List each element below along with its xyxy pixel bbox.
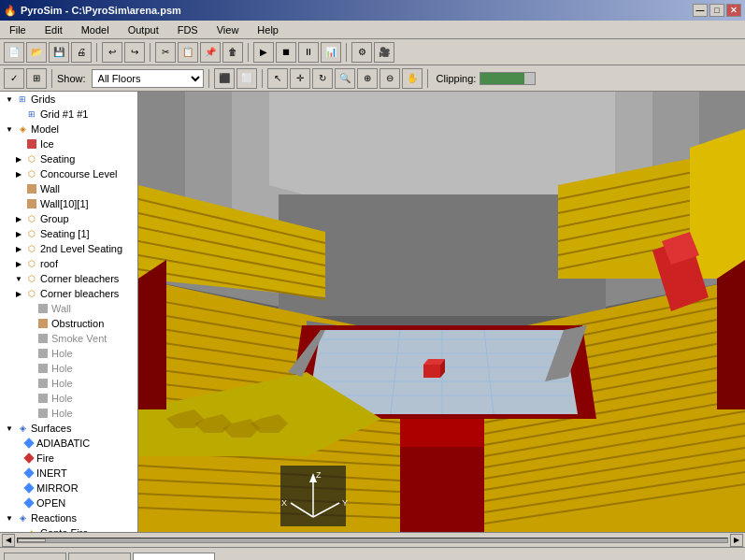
zoom-button[interactable]: 🔍 [335,68,355,89]
tree-obstruction[interactable]: Obstruction [0,316,137,331]
tree-open[interactable]: OPEN [0,495,137,510]
tree-group[interactable]: ▶ ⬡ Group [0,211,137,226]
tree-grid1[interactable]: ⊞ Grid #1 #1 [0,107,137,122]
toolbar-separator4 [346,43,347,62]
tree-corner2[interactable]: ▶ ⬡ Corner bleachers [0,286,137,301]
diamond-blue2-icon [23,467,34,478]
view3d-button[interactable]: ⬛ [214,68,235,89]
delete-button[interactable]: 🗑 [222,42,243,63]
tree-surfaces[interactable]: ▼ ◈ Surfaces [0,421,137,436]
tree-item-label: Corner bleachers [40,273,119,284]
arena-svg: Z Y X [138,92,745,532]
tree-hole2[interactable]: Hole [0,361,137,376]
save-button[interactable]: 💾 [49,42,69,63]
tree-hole3[interactable]: Hole [0,376,137,391]
grid-button[interactable]: ⊞ [26,68,47,89]
tree-smokevent[interactable]: Smoke Vent [0,331,137,346]
cursor-button[interactable]: ↖ [267,68,288,89]
tree-seating[interactable]: ▶ ⬡ Seating [0,151,137,166]
check-button[interactable]: ✓ [4,68,24,89]
expand-icon: ▶ [13,243,24,254]
tree-hole4[interactable]: Hole [0,391,137,406]
clipping-label: Clipping: [437,73,477,84]
tree-hole1[interactable]: Hole [0,346,137,361]
menu-output[interactable]: Output [122,23,165,36]
paste-button[interactable]: 📌 [200,42,221,63]
menu-fds[interactable]: FDS [172,23,204,36]
tree-seating1[interactable]: ▶ ⬡ Seating [1] [0,226,137,241]
tree-contefire[interactable]: ✦ Conte Fire [0,525,137,532]
new-button[interactable]: 📄 [4,42,24,63]
view2d-button[interactable]: ⬜ [236,68,257,89]
tree-inert[interactable]: INERT [0,466,137,481]
tree-adiabatic[interactable]: ADIABATIC [0,436,137,451]
run-button[interactable]: ▶ [253,42,274,63]
menu-file[interactable]: File [4,23,32,36]
stop-button[interactable]: ⏹ [276,42,296,63]
tab-record[interactable]: Record View [133,553,215,560]
tree-model[interactable]: ▼ ◈ Model [0,122,137,136]
undo-button[interactable]: ↩ [102,42,122,63]
rotate-button[interactable]: ↻ [312,68,333,89]
expand-icon [13,452,24,464]
tree-ice[interactable]: Ice [0,136,137,151]
expand-icon [13,138,24,150]
tab-2d[interactable]: 2D View [68,553,131,560]
camera-button[interactable]: 🎥 [374,42,394,63]
tree-corner1[interactable]: ▼ ⬡ Corner bleachers [0,271,137,286]
clipping-bar[interactable] [480,72,536,85]
toolbar-separator2 [150,43,150,62]
tree-wall10[interactable]: Wall[10][1] [0,196,137,211]
tree-item-label: Reactions [31,512,77,524]
tab-3d[interactable]: 3D View [4,553,66,560]
tree-item-label: Conte Fire [40,527,88,532]
tree-hole5[interactable]: Hole [0,406,137,421]
pan-button[interactable]: ✋ [402,68,423,89]
menu-model[interactable]: Model [76,23,115,36]
menu-bar: File Edit Model Output FDS View Help [0,21,745,39]
tree-2ndlevel[interactable]: ▶ ⬡ 2nd Level Seating [0,241,137,256]
maximize-button[interactable]: □ [709,4,724,17]
expand-icon [24,363,36,374]
zoomout-button[interactable]: ⊖ [380,68,400,89]
tree-wall[interactable]: Wall [0,181,137,196]
open-button[interactable]: 📂 [26,42,47,63]
redo-button[interactable]: ↪ [124,42,145,63]
minimize-button[interactable]: — [693,4,708,17]
h-scrollbar: ◀ ▶ [0,532,745,547]
scroll-thumb[interactable] [18,538,46,542]
viewport[interactable]: Z Y X [138,92,745,532]
settings-button[interactable]: ⚙ [351,42,372,63]
tree-item-label: Ice [40,138,54,150]
move-button[interactable]: ✛ [290,68,310,89]
expand-icon [13,198,24,209]
diamond-red-icon [23,452,34,463]
pause-button[interactable]: ⏸ [298,42,319,63]
tree-grids[interactable]: ▼ ⊞ Grids [0,92,137,107]
expand-icon: ▶ [13,228,24,239]
close-button[interactable]: ✕ [726,4,741,17]
menu-edit[interactable]: Edit [39,23,68,36]
print-button[interactable]: 🖨 [71,42,92,63]
scroll-left-button[interactable]: ◀ [2,534,15,547]
tree-reactions[interactable]: ▼ ◈ Reactions [0,510,137,525]
show-label: Show: [57,73,86,84]
show-select[interactable]: All Floors Floor 1 Floor 2 [92,69,204,88]
app-icon: 🔥 [4,5,17,17]
menu-help[interactable]: Help [251,23,284,36]
fire-icon: ✦ [25,526,38,532]
scroll-track[interactable] [17,538,728,543]
tree-fire[interactable]: Fire [0,451,137,466]
scroll-right-button[interactable]: ▶ [730,534,743,547]
toolbar1: 📄 📂 💾 🖨 ↩ ↪ ✂ 📋 📌 🗑 ▶ ⏹ ⏸ 📊 ⚙ 🎥 [0,39,745,65]
results-button[interactable]: 📊 [321,42,341,63]
tree-concourse[interactable]: ▶ ⬡ Concourse Level [0,166,137,181]
tree-wall2[interactable]: Wall [0,301,137,316]
zoomin-button[interactable]: ⊕ [357,68,378,89]
tree-item-label: Corner bleachers [40,288,119,299]
copy-button[interactable]: 📋 [178,42,198,63]
menu-view[interactable]: View [211,23,245,36]
tree-mirror[interactable]: MIRROR [0,481,137,495]
cut-button[interactable]: ✂ [155,42,176,63]
tree-roof[interactable]: ▶ ⬡ roof [0,256,137,271]
